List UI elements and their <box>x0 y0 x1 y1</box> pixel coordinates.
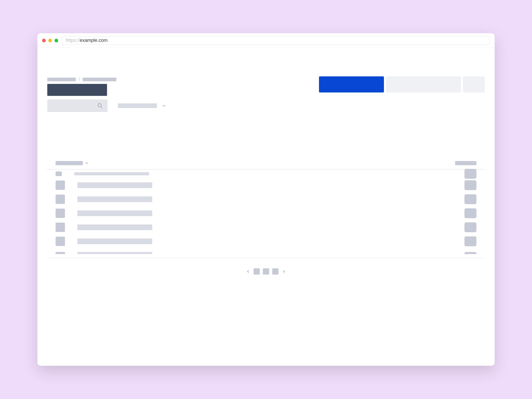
column-header-1[interactable] <box>56 161 191 165</box>
search-icon <box>97 103 103 109</box>
row-icon <box>56 181 65 190</box>
data-table <box>47 161 485 275</box>
row-action-button[interactable] <box>464 208 476 218</box>
row-icon <box>56 171 62 176</box>
row-icon <box>56 223 65 232</box>
row-action-button[interactable] <box>464 252 476 254</box>
svg-line-1 <box>101 107 102 108</box>
cell <box>74 172 149 175</box>
table-body <box>47 169 485 258</box>
row-action-button[interactable] <box>464 169 476 179</box>
cell <box>77 252 152 254</box>
secondary-action-button[interactable] <box>386 76 461 92</box>
minimize-window-button[interactable] <box>48 39 52 42</box>
table-row[interactable] <box>47 192 485 206</box>
page-content: / <box>37 48 495 366</box>
table-row[interactable] <box>47 248 485 258</box>
row-icon <box>56 209 65 218</box>
window-controls <box>42 39 58 42</box>
toolbar <box>47 99 166 112</box>
row-icon <box>56 252 65 254</box>
row-action-button[interactable] <box>464 236 476 246</box>
row-action-button[interactable] <box>464 180 476 190</box>
pagination-page-1[interactable] <box>254 268 260 275</box>
table-row[interactable] <box>47 206 485 220</box>
svg-point-0 <box>98 104 101 107</box>
primary-action-button[interactable] <box>319 76 384 92</box>
action-buttons <box>319 76 485 92</box>
breadcrumb-divider: / <box>78 76 80 82</box>
pagination-page-3[interactable] <box>272 268 278 275</box>
breadcrumb-segment-1[interactable] <box>47 78 76 81</box>
pagination-next-icon[interactable] <box>282 269 286 274</box>
cell <box>77 196 152 202</box>
table-row[interactable] <box>47 178 485 192</box>
url-protocol: https:// <box>66 38 80 43</box>
left-header: / <box>47 76 166 112</box>
search-input[interactable] <box>47 99 108 112</box>
tertiary-action-button[interactable] <box>463 76 485 92</box>
cell <box>77 238 152 244</box>
pagination-prev-icon[interactable] <box>246 269 250 274</box>
pagination-page-2[interactable] <box>263 268 269 275</box>
cell <box>77 210 152 216</box>
row-action-button[interactable] <box>464 194 476 204</box>
cell <box>77 224 152 230</box>
header-row: / <box>47 76 485 112</box>
row-icon <box>56 237 65 246</box>
row-action-button[interactable] <box>464 222 476 232</box>
url-host: example.com <box>80 38 108 43</box>
table-row[interactable] <box>47 234 485 248</box>
filter-label <box>118 103 157 108</box>
page-title <box>47 84 107 96</box>
cell <box>77 182 152 188</box>
filter-dropdown[interactable] <box>118 103 166 108</box>
sort-chevron-down-icon <box>84 161 89 165</box>
column-header-1-label <box>56 161 83 165</box>
pagination <box>47 268 485 275</box>
browser-chrome: https://example.com <box>37 33 495 48</box>
close-window-button[interactable] <box>42 39 46 42</box>
breadcrumb: / <box>47 76 166 82</box>
breadcrumb-segment-2[interactable] <box>83 78 116 81</box>
column-header-5[interactable] <box>431 161 476 165</box>
browser-window: https://example.com / <box>37 33 495 366</box>
url-bar[interactable]: https://example.com <box>62 36 490 45</box>
maximize-window-button[interactable] <box>55 39 58 42</box>
chevron-down-icon <box>162 103 166 108</box>
column-header-5-label <box>455 161 476 165</box>
table-header <box>47 161 485 169</box>
table-row[interactable] <box>47 169 485 178</box>
row-icon <box>56 195 65 204</box>
table-row[interactable] <box>47 220 485 234</box>
